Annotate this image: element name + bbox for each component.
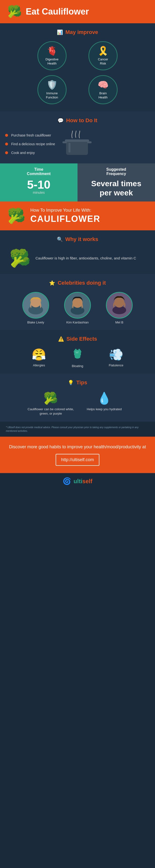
celebrities-heading: ⭐ Celebrities doing it	[5, 280, 150, 286]
search-icon: 🔍	[57, 237, 63, 242]
discover-text: Discover more good habits to improve you…	[6, 444, 149, 450]
why-it-works-section: 🔍 Why it works 🥦 Cauliflower is high in …	[0, 230, 155, 274]
heart-icon: 🫀	[47, 46, 58, 56]
blake-lively-photo	[22, 292, 49, 318]
side-effects-label: Side Effects	[67, 336, 97, 342]
brain-icon: 🧠	[98, 80, 109, 90]
celebrities-grid: Blake Lively Kim Kardashian	[17, 292, 138, 324]
step-indicator	[5, 143, 8, 146]
broccoli-icon: 🥦	[9, 248, 31, 268]
kim-kardashian-name: Kim Kardashian	[66, 320, 89, 324]
cauliflower-color-icon: 🥦	[44, 392, 58, 405]
step-text: Find a delicious recipe online	[11, 142, 55, 146]
side-effects-grid: 😤 Allergies Bloating 💨	[22, 348, 133, 368]
header: 🥦 Eat Cauliflower	[0, 0, 155, 23]
may-improve-label: May improve	[66, 29, 98, 35]
svg-rect-22	[76, 352, 78, 353]
tips-section: 💡 Tips 🥦 Cauliflower can be colored whit…	[0, 374, 155, 422]
kim-kardashian-photo	[64, 292, 91, 318]
list-item: 🥦 Cauliflower can be colored white, gree…	[26, 392, 75, 416]
step-dot	[5, 134, 8, 137]
svg-rect-18	[80, 351, 81, 352]
lightbulb-icon: 💡	[68, 380, 74, 385]
suggested-frequency-block: Suggested Frequency Several times per we…	[78, 163, 155, 202]
ultiself-logo-icon: 🌀	[63, 477, 71, 485]
list-item: 🎗️ CancerRisk	[80, 41, 126, 70]
tips-label: Tips	[76, 379, 87, 386]
svg-rect-3	[87, 141, 92, 143]
may-improve-grid: 🫀 DigestiveHealth 🎗️ CancerRisk 🛡️ Immun…	[29, 41, 126, 104]
list-item: Purchase fresh cauliflower	[5, 131, 55, 140]
why-text: Cauliflower is high in fiber, antioxidan…	[35, 255, 136, 261]
list-item: Kim Kardashian	[58, 292, 97, 324]
banner-text-group: How To Improve Your Life With: CAULIFLOW…	[30, 208, 148, 224]
list-item: Bloating	[60, 348, 95, 368]
time-commitment-unit: minutes	[5, 191, 73, 194]
header-title: Eat Cauliflower	[26, 6, 89, 17]
mel-b-name: Mel B	[115, 320, 123, 324]
footer-brand-self: self	[82, 478, 92, 485]
svg-rect-1	[65, 140, 89, 142]
ribbon-icon: 🎗️	[98, 46, 109, 56]
svg-rect-20	[76, 351, 77, 352]
time-commitment-value: 5-10	[5, 179, 73, 191]
step-dot	[5, 151, 8, 154]
footer-brand-ult: ulti	[74, 478, 82, 485]
water-drop-icon: 💧	[97, 392, 111, 405]
banner-subtitle: How To Improve Your Life With:	[30, 208, 148, 213]
disclaimer-text: * Ultiself does not provide medical advi…	[6, 426, 149, 433]
digestive-health-circle: 🫀 DigestiveHealth	[37, 41, 67, 70]
how-to-do-it-section: 💬 How to Do It Purchase fresh cauliflowe…	[0, 112, 155, 163]
cauliflower-banner-icon: 🥦	[7, 207, 26, 224]
digestive-label: DigestiveHealth	[46, 58, 58, 66]
time-section: Time Commitment 5-10 minutes Suggested F…	[0, 163, 155, 202]
celebrities-section: ⭐ Celebrities doing it Blake Lively	[0, 274, 155, 330]
banner-main-text: CAULIFLOWER	[30, 214, 148, 224]
time-commitment-block: Time Commitment 5-10 minutes	[0, 163, 78, 202]
step-dot	[5, 143, 8, 146]
celebrities-label: Celebrities doing it	[58, 280, 106, 286]
discover-link-box[interactable]: http://ultiself.com	[56, 454, 99, 466]
mel-b-photo	[106, 292, 133, 318]
discover-link[interactable]: http://ultiself.com	[61, 457, 94, 462]
immune-function-circle: 🛡️ ImmuneFunction	[37, 75, 67, 104]
suggested-frequency-label: Suggested Frequency	[82, 167, 150, 176]
list-item: 🧠 BrainHealth	[80, 75, 126, 104]
how-label: How to Do It	[66, 117, 97, 124]
tips-grid: 🥦 Cauliflower can be colored white, gree…	[26, 392, 129, 416]
allergies-label: Allergies	[33, 364, 45, 367]
brain-label: BrainHealth	[98, 91, 108, 100]
svg-rect-17	[74, 351, 75, 352]
svg-point-10	[72, 298, 83, 308]
list-item: 💧 Helps keep you hydrated	[80, 392, 129, 416]
cancer-risk-circle: 🎗️ CancerRisk	[88, 41, 118, 70]
side-effects-heading: ⚠️ Side Effects	[5, 336, 150, 342]
svg-rect-4	[69, 143, 71, 153]
brain-health-circle: 🧠 BrainHealth	[88, 75, 118, 104]
why-heading: 🔍 Why it works	[5, 236, 150, 243]
list-item: 🫀 DigestiveHealth	[29, 41, 75, 70]
list-item: 😤 Allergies	[22, 348, 56, 368]
list-item: Find a delicious recipe online	[5, 140, 55, 148]
step-text: Cook and enjoy	[11, 151, 35, 155]
cauliflower-color-text: Cauliflower can be colored white, green,…	[26, 407, 75, 416]
discover-section: Discover more good habits to improve you…	[0, 437, 155, 473]
why-content: 🥦 Cauliflower is high in fiber, antioxid…	[9, 248, 146, 268]
step-indicator	[5, 151, 8, 154]
svg-point-19	[75, 355, 80, 359]
chart-icon: 📊	[57, 29, 63, 35]
bloating-label: Bloating	[72, 364, 83, 368]
chat-icon: 💬	[58, 118, 63, 123]
step-text: Purchase fresh cauliflower	[11, 133, 51, 137]
immune-label: ImmuneFunction	[46, 91, 58, 100]
side-effects-section: ⚠️ Side Effects 😤 Allergies	[0, 330, 155, 374]
svg-point-13	[114, 298, 124, 308]
flatulence-label: Flatulence	[109, 364, 123, 367]
step-indicator	[5, 134, 8, 137]
svg-rect-2	[62, 141, 67, 143]
disclaimer-section: * Ultiself does not provide medical advi…	[0, 422, 155, 437]
list-item: 🛡️ ImmuneFunction	[29, 75, 75, 104]
footer: 🌀 ultiself	[0, 473, 155, 489]
svg-rect-16	[78, 349, 80, 350]
may-improve-section: 📊 May improve 🫀 DigestiveHealth 🎗️ Cance…	[0, 23, 155, 112]
